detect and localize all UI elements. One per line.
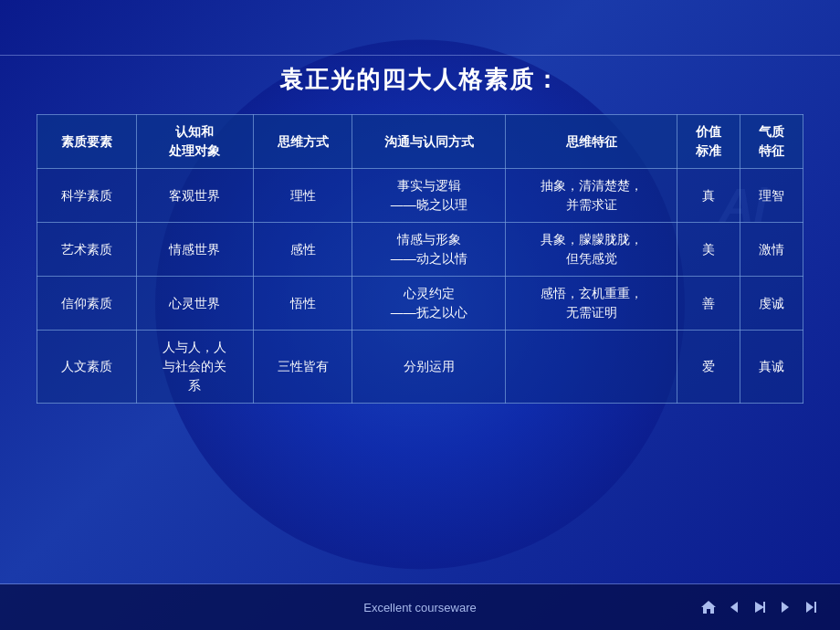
header-col5: 思维特征 <box>506 115 677 169</box>
table-row: 人文素质 人与人，人与社会的关系 三性皆有 分别运用 爱 真诚 <box>37 331 803 404</box>
cell-r1c1: 科学素质 <box>37 169 137 223</box>
table-row: 科学素质 客观世界 理性 事实与逻辑——晓之以理 抽象，清清楚楚，并需求证 真 … <box>37 169 803 223</box>
header-col2: 认知和处理对象 <box>136 115 253 169</box>
header-col3: 思维方式 <box>253 115 352 169</box>
cell-r2c5: 具象，朦朦胧胧，但凭感觉 <box>506 223 677 277</box>
cell-r3c6: 善 <box>677 277 740 331</box>
svg-marker-4 <box>782 602 789 613</box>
cell-r1c7: 理智 <box>740 169 803 223</box>
table-header-row: 素质要素 认知和处理对象 思维方式 沟通与认同方式 思维特征 价值标准 气质特征 <box>37 115 803 169</box>
cell-r2c3: 感性 <box>253 223 352 277</box>
cell-r3c3: 悟性 <box>253 277 352 331</box>
cell-r3c1: 信仰素质 <box>37 277 137 331</box>
play-icon[interactable] <box>749 596 771 618</box>
cell-r2c1: 艺术素质 <box>37 223 137 277</box>
last-icon[interactable] <box>800 596 822 618</box>
svg-marker-5 <box>806 602 814 613</box>
cell-r4c1: 人文素质 <box>37 331 137 404</box>
cell-r3c7: 虔诚 <box>740 277 803 331</box>
cell-r4c4: 分别运用 <box>352 331 506 404</box>
svg-rect-6 <box>814 602 816 613</box>
cell-r4c3: 三性皆有 <box>253 331 352 404</box>
cell-r3c4: 心灵约定——抚之以心 <box>352 277 506 331</box>
data-table: 素质要素 认知和处理对象 思维方式 沟通与认同方式 思维特征 价值标准 气质特征… <box>37 114 803 404</box>
cell-r4c2: 人与人，人与社会的关系 <box>136 331 253 404</box>
cell-r1c2: 客观世界 <box>136 169 253 223</box>
background: Ai 袁正光的四大人格素质： 素质要素 认知和处理对象 思维方式 沟通与认同方式… <box>0 0 840 630</box>
cell-r3c5: 感悟，玄机重重，无需证明 <box>506 277 677 331</box>
next-icon[interactable] <box>774 596 796 618</box>
cell-r1c4: 事实与逻辑——晓之以理 <box>352 169 506 223</box>
cell-r3c2: 心灵世界 <box>136 277 253 331</box>
header-col7: 气质特征 <box>740 115 803 169</box>
cell-r1c3: 理性 <box>253 169 352 223</box>
header-col6: 价值标准 <box>677 115 740 169</box>
home-icon[interactable] <box>698 596 719 618</box>
cell-r2c7: 激情 <box>740 223 803 277</box>
footer: Excellent courseware <box>0 584 840 630</box>
table-container: 素质要素 认知和处理对象 思维方式 沟通与认同方式 思维特征 价值标准 气质特征… <box>37 114 803 580</box>
cell-r2c6: 美 <box>677 223 740 277</box>
cell-r1c5: 抽象，清清楚楚，并需求证 <box>506 169 677 223</box>
svg-marker-2 <box>755 602 764 613</box>
page-title: 袁正光的四大人格素质： <box>279 64 561 96</box>
svg-rect-3 <box>763 602 765 613</box>
svg-marker-1 <box>730 602 738 613</box>
cell-r1c6: 真 <box>677 169 740 223</box>
table-row: 信仰素质 心灵世界 悟性 心灵约定——抚之以心 感悟，玄机重重，无需证明 善 虔… <box>37 277 803 331</box>
header-col1: 素质要素 <box>37 115 137 169</box>
cell-r4c6: 爱 <box>677 331 740 404</box>
prev-icon[interactable] <box>723 596 745 618</box>
footer-navigation[interactable] <box>698 596 822 618</box>
svg-marker-0 <box>701 601 716 614</box>
table-row: 艺术素质 情感世界 感性 情感与形象——动之以情 具象，朦朦胧胧，但凭感觉 美 … <box>37 223 803 277</box>
cell-r4c5 <box>506 331 677 404</box>
header-col4: 沟通与认同方式 <box>352 115 506 169</box>
cell-r2c2: 情感世界 <box>136 223 253 277</box>
cell-r2c4: 情感与形象——动之以情 <box>352 223 506 277</box>
main-content: 袁正光的四大人格素质： 素质要素 认知和处理对象 思维方式 沟通与认同方式 思维… <box>0 0 840 630</box>
cell-r4c7: 真诚 <box>740 331 803 404</box>
